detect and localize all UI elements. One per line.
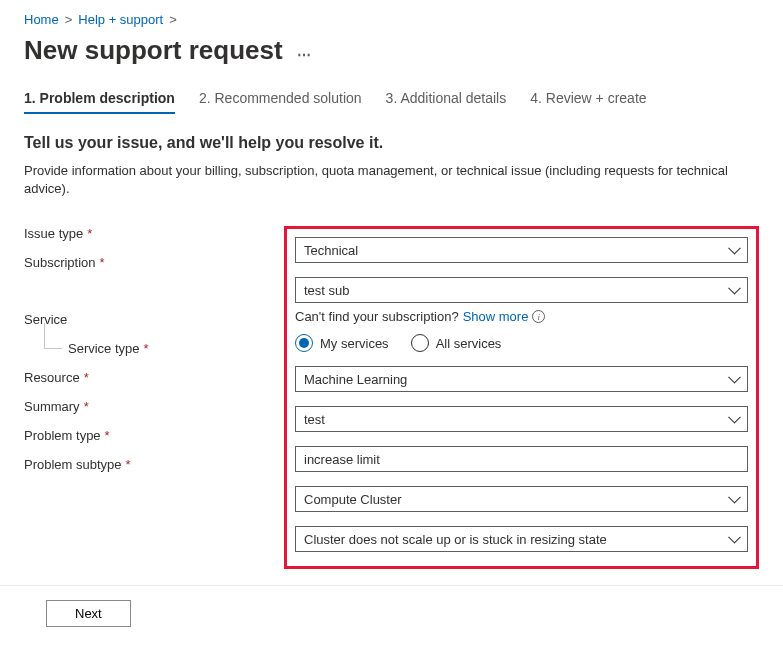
tab-review-create[interactable]: 4. Review + create [530,90,646,114]
label-problem-subtype: Problem subtype* [24,457,284,472]
section-heading: Tell us your issue, and we'll help you r… [24,134,759,152]
breadcrumb-sep: > [65,12,73,27]
tab-problem-description[interactable]: 1. Problem description [24,90,175,114]
label-summary: Summary* [24,399,284,414]
tab-recommended-solution[interactable]: 2. Recommended solution [199,90,362,114]
info-icon[interactable]: i [532,310,545,323]
breadcrumb-help[interactable]: Help + support [78,12,163,27]
section-desc: Provide information about your billing, … [24,162,759,198]
label-service-type: Service type* [24,341,284,356]
label-service: Service [24,312,284,327]
service-type-select[interactable]: Machine Learning [295,366,748,392]
highlight-box: Technical test sub Can't find your subsc… [284,226,759,569]
footer-divider [0,585,783,586]
next-button[interactable]: Next [46,600,131,627]
problem-type-select[interactable]: Compute Cluster [295,486,748,512]
summary-input[interactable]: increase limit [295,446,748,472]
breadcrumb-home[interactable]: Home [24,12,59,27]
label-issue-type: Issue type* [24,226,284,241]
radio-all-services[interactable]: All services [411,334,502,352]
label-resource: Resource* [24,370,284,385]
subscription-helper: Can't find your subscription? Show more … [295,309,748,324]
radio-my-services[interactable]: My services [295,334,389,352]
page-title: New support request [24,35,283,66]
breadcrumb: Home > Help + support > [24,12,759,27]
wizard-tabs: 1. Problem description 2. Recommended so… [24,90,759,114]
subscription-select[interactable]: test sub [295,277,748,303]
service-radio-group: My services All services [295,334,748,352]
more-icon[interactable]: ⋯ [297,47,312,63]
breadcrumb-sep: > [169,12,177,27]
resource-select[interactable]: test [295,406,748,432]
problem-subtype-select[interactable]: Cluster does not scale up or is stuck in… [295,526,748,552]
tab-additional-details[interactable]: 3. Additional details [386,90,507,114]
page-title-row: New support request ⋯ [24,35,759,66]
label-subscription: Subscription* [24,255,284,270]
label-problem-type: Problem type* [24,428,284,443]
issue-type-select[interactable]: Technical [295,237,748,263]
show-more-link[interactable]: Show more [463,309,529,324]
